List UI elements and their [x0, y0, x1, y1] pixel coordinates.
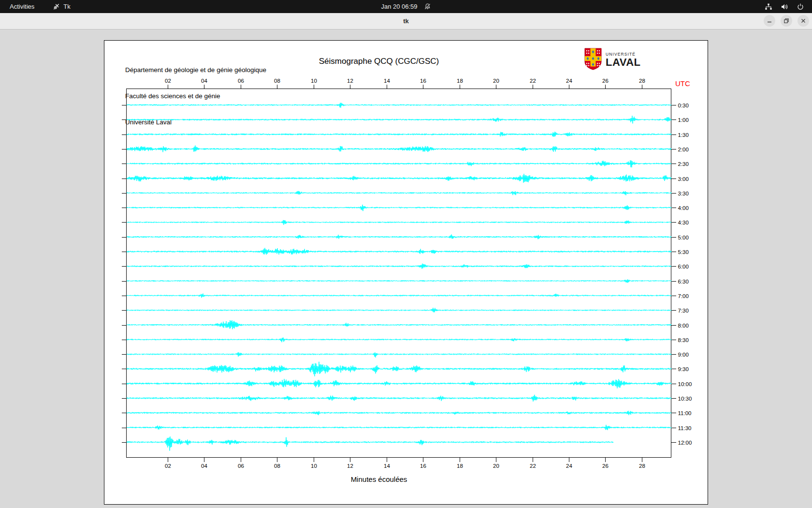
tick-label: 02	[165, 78, 171, 84]
seismogram-plot: 0202040406060808101012121414161618182020…	[104, 41, 709, 505]
tick-label: 8:00	[678, 323, 689, 329]
tick-label: 20	[493, 463, 499, 469]
seismo-trace-5:00	[127, 235, 671, 239]
clock-label: Jan 20 06:59	[381, 3, 417, 10]
tick-label: 3:00	[678, 176, 689, 182]
window-title: tk	[0, 13, 812, 29]
tick-label: 12	[347, 463, 353, 469]
tick-label: 8:30	[678, 337, 689, 343]
seismo-trace-10:30	[127, 395, 671, 402]
seismo-trace-9:30	[127, 362, 671, 376]
tick-label: 16	[420, 78, 426, 84]
seismo-trace-0:30	[127, 103, 671, 108]
tick-label: 10:00	[678, 381, 692, 387]
app-menu-label: Tk	[63, 3, 70, 10]
seismo-trace-12:00	[127, 436, 613, 450]
seismo-trace-8:00	[127, 320, 671, 329]
seismo-trace-1:00	[127, 116, 671, 123]
tick-label: 1:00	[678, 117, 689, 123]
seismo-trace-4:00	[127, 205, 671, 211]
tick-label: 2:00	[678, 147, 689, 152]
tick-label: 16	[420, 463, 426, 469]
tick-label: 3:30	[678, 191, 689, 196]
volume-icon	[781, 3, 788, 11]
tick-label: 10	[311, 78, 317, 84]
seismo-trace-1:30	[127, 132, 671, 136]
tick-label: 6:30	[678, 279, 689, 284]
tick-label: 2:30	[678, 161, 689, 167]
x-axis-label: Minutes écoulées	[282, 475, 476, 483]
seismo-trace-5:30	[127, 248, 671, 255]
close-button[interactable]	[798, 15, 809, 27]
tick-label: 28	[639, 78, 645, 84]
activities-label: Activities	[10, 3, 34, 10]
seismo-trace-4:30	[127, 220, 671, 225]
seismo-trace-6:00	[127, 264, 671, 269]
tick-label: 11:00	[678, 410, 692, 416]
seismo-trace-9:00	[127, 352, 671, 358]
seismo-trace-6:30	[127, 280, 671, 283]
tick-label: 06	[238, 78, 244, 84]
tick-label: 6:00	[678, 264, 689, 269]
tick-label: 9:00	[678, 352, 689, 358]
tick-label: 7:00	[678, 293, 689, 299]
gnome-top-bar: Activities Tk Jan 20 06:59	[0, 0, 812, 13]
window-titlebar[interactable]: tk	[0, 13, 812, 30]
tick-label: 04	[201, 463, 207, 469]
maximize-button[interactable]	[781, 15, 792, 27]
seismo-trace-10:00	[127, 379, 671, 388]
tick-label: 04	[201, 78, 207, 84]
tick-label: 24	[566, 78, 572, 84]
tick-label: 22	[530, 463, 536, 469]
clock-button[interactable]: Jan 20 06:59	[379, 0, 433, 13]
tick-label: 9:30	[678, 366, 689, 372]
tick-label: 7:30	[678, 308, 689, 314]
activities-button[interactable]: Activities	[8, 0, 36, 13]
minimize-button[interactable]	[764, 15, 775, 27]
tick-label: 11:30	[678, 425, 692, 431]
tick-label: 24	[566, 463, 572, 469]
tick-label: 18	[457, 78, 463, 84]
seismo-trace-3:30	[127, 191, 671, 195]
seismo-trace-8:30	[127, 338, 671, 343]
tick-label: 06	[238, 463, 244, 469]
tick-label: 08	[274, 463, 280, 469]
close-icon	[800, 18, 806, 24]
tick-label: 12	[347, 78, 353, 84]
tick-label: 18	[457, 463, 463, 469]
seismo-trace-2:30	[127, 160, 671, 167]
tick-label: 28	[639, 463, 645, 469]
seismo-trace-3:00	[127, 174, 671, 182]
tick-label: 5:30	[678, 249, 689, 255]
seismo-trace-7:00	[127, 294, 671, 298]
tick-label: 14	[384, 78, 390, 84]
tk-icon	[53, 3, 60, 10]
tick-label: 5:00	[678, 235, 689, 240]
tick-label: 14	[384, 463, 390, 469]
power-icon	[797, 3, 804, 11]
seismo-trace-11:00	[127, 411, 671, 415]
tick-label: 10:30	[678, 396, 692, 402]
seismograph-canvas: Département de géologie et de génie géol…	[104, 40, 708, 505]
tick-label: 12:00	[678, 440, 692, 446]
tick-label: 22	[530, 78, 536, 84]
system-status-area[interactable]	[765, 0, 807, 13]
app-menu-tk[interactable]: Tk	[51, 0, 72, 13]
tick-label: 10	[311, 463, 317, 469]
tick-label: 02	[165, 463, 171, 469]
minimize-icon	[767, 18, 772, 24]
network-icon	[765, 3, 772, 11]
tick-label: 0:30	[678, 103, 689, 108]
tick-label: 08	[274, 78, 280, 84]
seismo-trace-7:30	[127, 308, 671, 312]
tick-label: 4:00	[678, 205, 689, 211]
tick-label: 26	[602, 78, 609, 84]
utc-axis-label: UTC	[675, 79, 690, 88]
tick-label: 4:30	[678, 220, 689, 225]
restore-icon	[783, 18, 789, 24]
tick-label: 1:30	[678, 132, 689, 138]
seismo-trace-11:30	[127, 425, 671, 430]
notifications-muted-icon	[424, 3, 431, 10]
seismo-trace-2:00	[127, 146, 671, 152]
tick-label: 26	[602, 463, 609, 469]
